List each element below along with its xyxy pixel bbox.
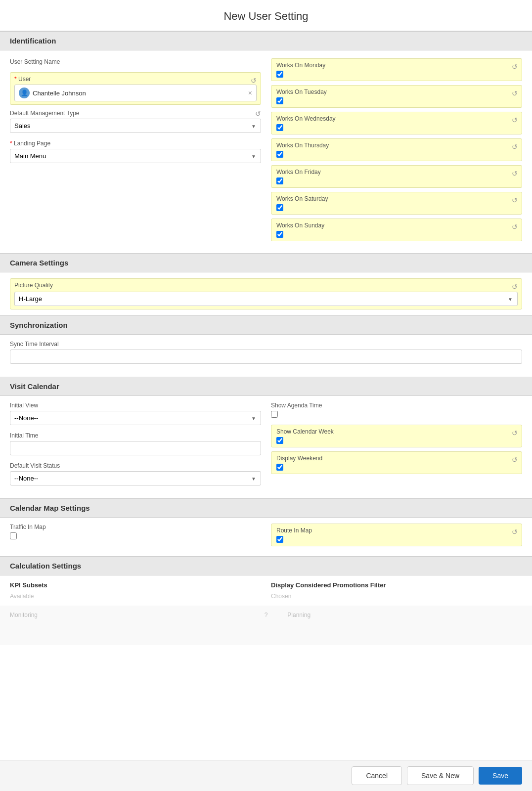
user-clear-icon[interactable]: × [248, 89, 252, 97]
chosen-label: Chosen [271, 593, 522, 600]
cancel-button[interactable]: Cancel [352, 766, 402, 785]
display-weekend-checkbox[interactable] [276, 464, 283, 471]
sync-time-interval-group: Sync Time Interval [10, 341, 522, 364]
visit-calendar-section: Visit Calendar Initial View --None-- Ini… [0, 377, 532, 498]
landing-page-select[interactable]: Main Menu Dashboard [10, 149, 261, 163]
show-calendar-week-label: Show Calendar Week [276, 428, 517, 435]
route-in-map-block: Route In Map ↺ [271, 524, 522, 546]
show-agenda-time-checkbox[interactable] [271, 411, 278, 418]
works-saturday-reset-icon[interactable]: ↺ [512, 196, 518, 204]
planning-label: Planning [287, 612, 522, 618]
works-sunday-block: Works On Sunday ↺ [271, 219, 522, 241]
works-sunday-checkbox[interactable] [276, 231, 283, 238]
user-label: User [14, 76, 257, 83]
identification-right-col: Works On Monday ↺ Works On Tuesday ↺ Wor… [271, 58, 522, 245]
calculation-settings-header: Calculation Settings [0, 556, 532, 575]
user-reset-icon[interactable]: ↺ [251, 77, 257, 85]
user-input-field[interactable]: 👤 Chantelle Johnson × [14, 85, 257, 101]
default-visit-status-group: Default Visit Status --None-- [10, 462, 261, 485]
bottom-area: Monitoring ? Planning [0, 606, 532, 645]
show-calendar-week-checkbox[interactable] [276, 437, 283, 444]
landing-page-wrapper: Main Menu Dashboard [10, 149, 261, 163]
arrow-button-area: ? [265, 612, 268, 618]
visit-calendar-right-col: Show Agenda Time Show Calendar Week ↺ Di… [271, 402, 522, 492]
works-friday-reset-icon[interactable]: ↺ [512, 170, 518, 177]
display-weekend-block: Display Weekend ↺ [271, 451, 522, 474]
works-monday-checkbox[interactable] [276, 71, 283, 78]
traffic-in-map-checkbox[interactable] [10, 532, 17, 539]
works-tuesday-reset-icon[interactable]: ↺ [512, 89, 518, 97]
works-monday-block: Works On Monday ↺ [271, 58, 522, 81]
sync-time-interval-input[interactable] [10, 350, 522, 364]
works-tuesday-checkbox[interactable] [276, 97, 283, 104]
landing-page-group: Landing Page Main Menu Dashboard [10, 140, 261, 163]
picture-quality-select[interactable]: H-Large Medium Low [14, 292, 518, 306]
initial-time-input[interactable] [10, 441, 261, 455]
works-thursday-block: Works On Thursday ↺ [271, 138, 522, 161]
default-management-type-group: Default Management Type ↺ Sales Other [10, 110, 261, 133]
display-considered-promotions-label: Display Considered Promotions Filter [271, 581, 522, 589]
works-saturday-block: Works On Saturday ↺ [271, 192, 522, 215]
user-setting-name-group: User Setting Name [10, 58, 261, 65]
works-saturday-checkbox[interactable] [276, 204, 283, 211]
camera-settings-header: Camera Settings [0, 253, 532, 272]
works-monday-reset-icon[interactable]: ↺ [512, 63, 518, 71]
visit-calendar-left-col: Initial View --None-- Initial Time Defau… [10, 402, 261, 492]
kpi-subsets-label: KPI Subsets [10, 581, 261, 589]
works-wednesday-reset-icon[interactable]: ↺ [512, 116, 518, 124]
works-wednesday-checkbox[interactable] [276, 124, 283, 131]
works-friday-label: Works On Friday [276, 169, 517, 176]
works-sunday-reset-icon[interactable]: ↺ [512, 223, 518, 231]
works-thursday-reset-icon[interactable]: ↺ [512, 143, 518, 151]
identification-left-col: User Setting Name User ↺ 👤 Chantelle Joh… [10, 58, 261, 245]
identification-header: Identification [0, 31, 532, 50]
visit-calendar-header: Visit Calendar [0, 377, 532, 396]
works-thursday-checkbox[interactable] [276, 151, 283, 158]
default-management-type-wrapper: Sales Other [10, 119, 261, 133]
default-management-reset-icon[interactable]: ↺ [255, 110, 261, 118]
picture-quality-label: Picture Quality [14, 282, 518, 289]
default-management-type-select[interactable]: Sales Other [10, 119, 261, 133]
user-avatar-icon: 👤 [19, 88, 30, 98]
synchronization-header: Synchronization [0, 315, 532, 335]
works-friday-checkbox[interactable] [276, 177, 283, 184]
monitoring-label: Monitoring [10, 612, 245, 618]
user-field-wrapper: User ↺ 👤 Chantelle Johnson × [10, 72, 261, 105]
route-in-map-label: Route In Map [276, 527, 517, 534]
calmap-left-col: Traffic In Map [10, 524, 261, 550]
works-monday-label: Works On Monday [276, 62, 517, 69]
user-setting-name-label: User Setting Name [10, 58, 261, 65]
works-tuesday-block: Works On Tuesday ↺ [271, 85, 522, 108]
show-calendar-week-reset-icon[interactable]: ↺ [512, 429, 518, 437]
sync-time-interval-label: Sync Time Interval [10, 341, 522, 348]
calmap-right-col: Route In Map ↺ [271, 524, 522, 550]
calc-right-col: Display Considered Promotions Filter Cho… [271, 581, 522, 600]
works-thursday-label: Works On Thursday [276, 142, 517, 149]
display-weekend-label: Display Weekend [276, 455, 517, 462]
available-label: Available [10, 593, 261, 600]
default-visit-status-select[interactable]: --None-- [10, 471, 261, 485]
display-weekend-reset-icon[interactable]: ↺ [512, 456, 518, 464]
save-new-button[interactable]: Save & New [407, 766, 474, 785]
camera-settings-section: Camera Settings Picture Quality ↺ H-Larg… [0, 253, 532, 315]
user-name-value: Chantelle Johnson [33, 89, 245, 97]
transfer-icon: ? [265, 612, 268, 618]
initial-view-select[interactable]: --None-- [10, 411, 261, 425]
calculation-settings-section: Calculation Settings KPI Subsets Availab… [0, 556, 532, 606]
works-wednesday-label: Works On Wednesday [276, 115, 517, 122]
initial-view-label: Initial View [10, 402, 261, 409]
picture-quality-wrapper: Picture Quality ↺ H-Large Medium Low [10, 278, 522, 309]
identification-section: Identification User Setting Name User ↺ … [0, 31, 532, 253]
default-management-type-label: Default Management Type [10, 110, 261, 117]
save-button[interactable]: Save [479, 767, 522, 785]
route-in-map-reset-icon[interactable]: ↺ [512, 528, 518, 536]
traffic-in-map-group: Traffic In Map [10, 524, 261, 539]
works-sunday-label: Works On Sunday [276, 222, 517, 229]
landing-page-label: Landing Page [10, 140, 261, 147]
route-in-map-checkbox[interactable] [276, 536, 283, 543]
picture-quality-reset-icon[interactable]: ↺ [512, 283, 518, 291]
page-title: New User Setting [0, 0, 532, 31]
show-agenda-time-label: Show Agenda Time [271, 402, 522, 409]
works-saturday-label: Works On Saturday [276, 195, 517, 202]
initial-view-group: Initial View --None-- [10, 402, 261, 425]
